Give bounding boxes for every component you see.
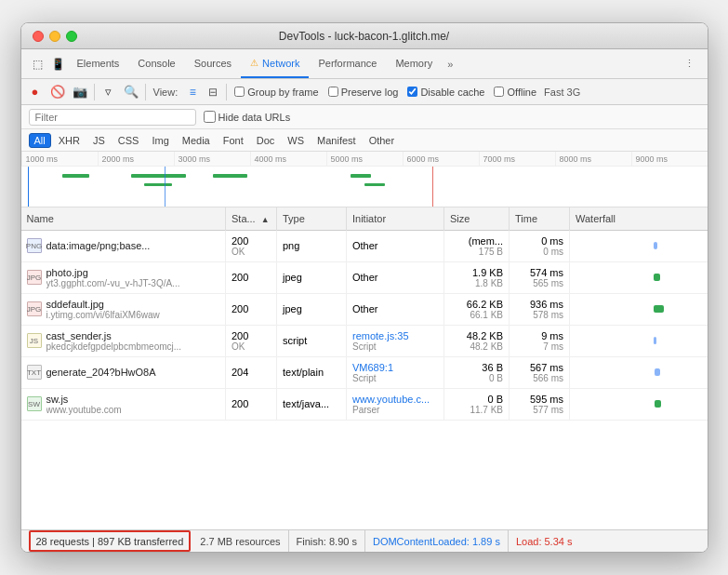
type-filter-manifest[interactable]: Manifest (311, 133, 362, 148)
initiator-text-1: Other (352, 272, 438, 283)
tab-memory[interactable]: Memory (386, 49, 442, 78)
dom-content-loaded: DOMContentLoaded: 1.89 s (365, 530, 509, 552)
col-header-status[interactable]: Sta... ▲ (226, 207, 277, 230)
tab-sources[interactable]: Sources (185, 49, 241, 78)
inspect-icon[interactable]: ⬚ (29, 55, 47, 74)
initiator-text-2: Other (352, 303, 438, 314)
minimize-button[interactable] (49, 31, 60, 42)
group-by-frame-label[interactable]: Group by frame (234, 87, 318, 98)
filter-button[interactable]: ▿ (99, 82, 119, 102)
type-filter-media[interactable]: Media (177, 133, 216, 148)
record-button[interactable]: ● (25, 82, 46, 102)
initiator-link-4[interactable]: VM689:1 (352, 362, 438, 373)
file-icon-5: SW (27, 396, 42, 411)
time-secondary-2: 578 ms (515, 310, 563, 320)
device-icon[interactable]: 📱 (49, 55, 68, 74)
resources-size: 2.7 MB resources (192, 530, 288, 552)
initiator-text-0: Other (352, 240, 438, 251)
type-filter-other[interactable]: Other (364, 133, 401, 148)
cell-type-5: text/java... (277, 388, 347, 420)
time-3000: 3000 ms (174, 152, 250, 166)
time-secondary-0: 0 ms (515, 247, 563, 257)
tab-elements[interactable]: Elements (68, 49, 129, 78)
hide-data-urls-label[interactable]: Hide data URLs (204, 111, 291, 123)
col-header-initiator[interactable]: Initiator (347, 207, 444, 230)
offline-checkbox[interactable] (494, 87, 504, 97)
view-tree-button[interactable]: ⊟ (204, 84, 222, 100)
table-row[interactable]: JPG photo.jpg yt3.ggpht.com/-vu_v-hJT-3Q… (21, 261, 708, 293)
col-header-size[interactable]: Size (444, 207, 510, 230)
preserve-log-label[interactable]: Preserve log (328, 87, 399, 98)
separator-2 (145, 84, 146, 100)
time-secondary-4: 566 ms (515, 373, 563, 383)
size-secondary-0: 175 B (450, 247, 503, 257)
size-secondary-5: 11.7 KB (450, 405, 503, 415)
table-row[interactable]: JPG sddefault.jpg i.ytimg.com/vi/6lfaiXM… (21, 293, 708, 325)
tab-console[interactable]: Console (128, 49, 184, 78)
size-secondary-2: 66.1 KB (450, 310, 503, 320)
type-filter-all[interactable]: All (29, 133, 51, 148)
time-5000: 5000 ms (326, 152, 403, 166)
tab-network[interactable]: ⚠ Network (241, 49, 309, 78)
type-filter-img[interactable]: Img (146, 133, 174, 148)
col-header-type[interactable]: Type (277, 207, 347, 230)
close-button[interactable] (33, 31, 44, 42)
table-row[interactable]: SW sw.js www.youtube.com 200 text/java..… (21, 388, 708, 420)
wf-bar-2 (131, 174, 186, 178)
devtools-settings-button[interactable]: ⋮ (679, 49, 700, 78)
devtools-tabs: ⬚ 📱 Elements Console Sources ⚠ Network P… (21, 49, 708, 79)
table-body: PNG data:image/png;base... 200 OK png Ot… (21, 230, 708, 420)
filter-bar: Hide data URLs (21, 105, 708, 129)
camera-button[interactable]: 📷 (70, 82, 90, 102)
type-filter-xhr[interactable]: XHR (53, 133, 86, 148)
cell-initiator-3: remote.js:35 Script (347, 325, 444, 356)
disable-cache-checkbox[interactable] (407, 87, 417, 97)
table-row[interactable]: JS cast_sender.js pkedcjkdefgpdelpbcmbme… (21, 325, 708, 356)
type-filter-js[interactable]: JS (87, 133, 111, 148)
cell-type-0: png (277, 230, 347, 261)
type-filter-css[interactable]: CSS (113, 133, 145, 148)
table-row[interactable]: PNG data:image/png;base... 200 OK png Ot… (21, 230, 708, 261)
cell-type-2: jpeg (277, 293, 347, 325)
cell-time-0: 0 ms 0 ms (510, 230, 570, 261)
cell-waterfall-2 (570, 293, 708, 325)
name-primary-5: sw.js (46, 394, 122, 405)
traffic-lights (33, 31, 77, 42)
initiator-link-5[interactable]: www.youtube.c... (352, 394, 438, 405)
status-code-0: 200 (232, 235, 271, 247)
col-header-time[interactable]: Time (510, 207, 570, 230)
type-filter-font[interactable]: Font (218, 133, 249, 148)
tabs-overflow[interactable]: » (442, 49, 458, 78)
view-list-button[interactable]: ≡ (183, 84, 202, 100)
group-by-frame-checkbox[interactable] (234, 87, 245, 97)
maximize-button[interactable] (66, 31, 77, 42)
waterfall-time-labels: 1000 ms 2000 ms 3000 ms 4000 ms 5000 ms … (21, 152, 708, 167)
waterfall-bars-area[interactable] (21, 167, 708, 207)
time-6000: 6000 ms (403, 152, 479, 166)
offline-label[interactable]: Offline (494, 87, 536, 98)
clear-button[interactable]: 🚫 (47, 82, 68, 102)
filter-input[interactable] (29, 109, 196, 126)
table-row[interactable]: TXT generate_204?bHwO8A 204 text/plain V… (21, 356, 708, 388)
search-button[interactable]: 🔍 (121, 82, 141, 102)
hide-data-urls-checkbox[interactable] (204, 111, 216, 123)
cell-size-5: 0 B 11.7 KB (444, 388, 510, 420)
tab-performance[interactable]: Performance (309, 49, 386, 78)
col-header-name[interactable]: Name (21, 207, 226, 230)
disable-cache-label[interactable]: Disable cache (407, 87, 484, 98)
cell-time-3: 9 ms 7 ms (510, 325, 570, 356)
type-filter-doc[interactable]: Doc (251, 133, 281, 148)
file-icon-1: JPG (27, 270, 42, 285)
initiator-link-3[interactable]: remote.js:35 (352, 330, 438, 341)
name-secondary-2: i.ytimg.com/vi/6lfaiXM6waw (46, 310, 160, 320)
wf-row-bar-5 (655, 400, 661, 408)
cell-name-4: TXT generate_204?bHwO8A (21, 356, 226, 388)
preserve-log-checkbox[interactable] (328, 87, 338, 97)
wf-bar-4 (144, 183, 172, 186)
type-filter-ws[interactable]: WS (282, 133, 310, 148)
cell-initiator-5: www.youtube.c... Parser (347, 388, 444, 420)
name-primary-1: photo.jpg (46, 267, 180, 278)
warning-icon: ⚠ (250, 58, 258, 68)
col-header-waterfall[interactable]: Waterfall (570, 207, 708, 230)
requests-table-container[interactable]: Name Sta... ▲ Type Initiator Size Time W… (21, 207, 708, 529)
